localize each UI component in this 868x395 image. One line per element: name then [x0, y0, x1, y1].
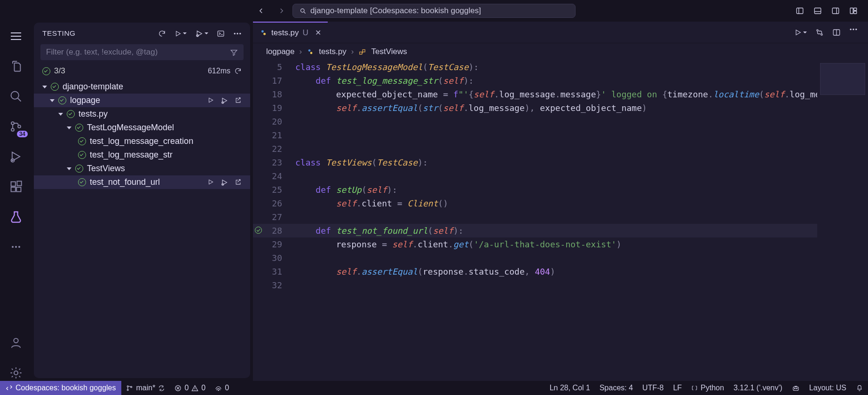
diff-icon[interactable] [815, 28, 824, 37]
breadcrumb-folder[interactable]: logpage [266, 47, 295, 56]
code-line[interactable]: 17 def test_log_message_str(self): [253, 74, 868, 87]
editor-more-icon[interactable] [849, 28, 858, 37]
code-editor[interactable]: 5class TestLogMessageModel(TestCase):17 … [253, 60, 868, 381]
debug-tests-icon[interactable] [195, 30, 208, 38]
tree-item-TestLogMessageModel[interactable]: TestLogMessageModel [34, 121, 250, 134]
testing-icon[interactable] [8, 209, 24, 225]
rerun-icon[interactable] [234, 67, 242, 75]
debug-test-icon[interactable] [221, 179, 228, 186]
menu-icon[interactable] [8, 28, 24, 44]
tree-item-test-log-message-creation[interactable]: test_log_message_creation [34, 134, 250, 148]
explorer-icon[interactable] [8, 58, 24, 74]
svg-point-29 [263, 33, 266, 35]
tree-item-test-log-message-str[interactable]: test_log_message_str [34, 148, 250, 162]
goto-test-icon[interactable] [235, 179, 242, 186]
run-file-icon[interactable] [794, 28, 807, 37]
code-line[interactable]: 32 [253, 278, 868, 292]
code-line[interactable]: 5class TestLogMessageModel(TestCase): [253, 60, 868, 74]
tab-filename: tests.py [271, 28, 299, 38]
sb-spaces[interactable]: Spaces: 4 [595, 381, 638, 395]
nav-back-icon[interactable] [257, 7, 265, 15]
settings-gear-icon[interactable] [8, 365, 24, 381]
breadcrumb-symbol[interactable]: TestViews [371, 47, 407, 56]
tree-label: test_not_found_url [90, 177, 160, 187]
tree-item-logpage[interactable]: logpage [34, 94, 250, 107]
code-line[interactable]: 30 [253, 251, 868, 265]
svg-point-18 [18, 246, 20, 248]
sb-branch[interactable]: main* [121, 381, 170, 395]
sb-lang[interactable]: Python [687, 381, 729, 395]
split-editor-icon[interactable] [832, 28, 841, 37]
code-line[interactable]: 23class TestViews(TestCase): [253, 156, 868, 169]
test-tree: django-template logpagetests.pyTestLogMe… [34, 79, 250, 190]
sb-python[interactable]: 3.12.1 ('.venv') [729, 381, 787, 395]
sync-icon[interactable] [158, 385, 165, 392]
breadcrumb[interactable]: logpage › tests.py › TestViews [253, 43, 868, 60]
title-bar: django-template [Codespaces: bookish gog… [0, 0, 868, 22]
account-icon[interactable] [8, 335, 24, 351]
code-line[interactable]: 20 [253, 115, 868, 128]
code-line[interactable]: 29 response = self.client.get('/a-url-th… [253, 237, 868, 251]
code-line[interactable]: 27 [253, 210, 868, 224]
nav-forward-icon[interactable] [277, 7, 286, 15]
tree-label: test_log_message_creation [90, 136, 193, 146]
minimap[interactable] [817, 60, 868, 381]
code-line[interactable]: 26 self.client = Client() [253, 197, 868, 210]
svg-point-25 [239, 32, 241, 34]
filter-icon[interactable] [224, 48, 244, 56]
toggle-secondary-sidebar-icon[interactable] [831, 7, 840, 15]
test-count: 3/3 [54, 66, 65, 76]
sb-eol[interactable]: LF [668, 381, 687, 395]
test-filter-input[interactable] [40, 44, 224, 60]
goto-test-icon[interactable] [235, 97, 242, 104]
sb-layout[interactable]: Layout: US [805, 381, 851, 395]
chevron-down-icon [50, 99, 55, 102]
svg-point-46 [794, 388, 795, 389]
run-test-icon[interactable] [207, 179, 214, 186]
code-line[interactable]: 31 self.assertEqual(response.status_code… [253, 265, 868, 278]
svg-rect-14 [16, 187, 21, 191]
pass-icon [58, 96, 66, 104]
chevron-down-icon [42, 86, 47, 88]
toggle-primary-sidebar-icon[interactable] [796, 7, 804, 15]
sb-encoding[interactable]: UTF-8 [638, 381, 668, 395]
close-tab-icon[interactable]: ✕ [315, 28, 321, 37]
more-actions-icon[interactable] [233, 32, 242, 35]
code-line[interactable]: 19 self.assertEqual(str(self.log_message… [253, 101, 868, 115]
extensions-icon[interactable] [8, 179, 24, 195]
debug-test-icon[interactable] [221, 97, 228, 104]
code-line[interactable]: 22 [253, 142, 868, 156]
code-line[interactable]: 28 def test_not_found_url(self): [253, 224, 868, 237]
show-output-icon[interactable] [217, 30, 225, 38]
chevron-down-icon [67, 167, 71, 170]
sb-cursor[interactable]: Ln 28, Col 1 [545, 381, 595, 395]
sb-problems[interactable]: 0 0 [170, 381, 210, 395]
tab-tests-py[interactable]: tests.py U ✕ [253, 22, 328, 43]
tree-root[interactable]: django-template [34, 80, 250, 94]
sb-copilot[interactable] [787, 381, 805, 395]
code-line[interactable]: 25 def setUp(self): [253, 183, 868, 197]
code-line[interactable]: 24 [253, 169, 868, 183]
run-tests-icon[interactable] [174, 30, 187, 37]
customize-layout-icon[interactable] [849, 7, 858, 15]
tree-item-test-not-found-url[interactable]: test_not_found_url [34, 175, 250, 189]
source-control-icon[interactable]: 34 [8, 118, 24, 134]
refresh-tests-icon[interactable] [158, 30, 166, 38]
tree-item-TestViews[interactable]: TestViews [34, 162, 250, 175]
remote-indicator[interactable]: Codespaces: bookish goggles [0, 381, 121, 395]
run-test-icon[interactable] [207, 97, 214, 104]
sb-ports[interactable]: 0 [210, 381, 234, 395]
svg-point-0 [301, 8, 305, 12]
sb-notifications[interactable] [851, 381, 868, 395]
tab-bar: tests.py U ✕ [253, 22, 868, 43]
more-icon[interactable] [8, 239, 24, 255]
code-line[interactable]: 18 expected_object_name = f"'{self.log_m… [253, 87, 868, 101]
command-center[interactable]: django-template [Codespaces: bookish gog… [292, 4, 576, 18]
search-icon[interactable] [8, 88, 24, 104]
tree-item-tests-py[interactable]: tests.py [34, 107, 250, 121]
pass-icon [75, 124, 83, 132]
code-line[interactable]: 21 [253, 128, 868, 142]
breadcrumb-file[interactable]: tests.py [319, 47, 347, 56]
toggle-panel-icon[interactable] [813, 7, 822, 15]
run-debug-icon[interactable] [8, 149, 24, 165]
